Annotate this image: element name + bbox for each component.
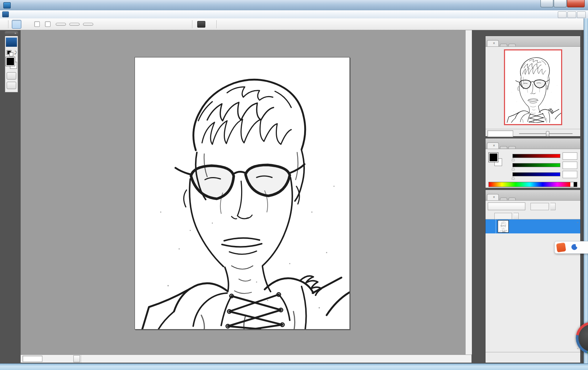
scroll-left-icon[interactable] (82, 356, 87, 361)
document-image[interactable] (135, 57, 350, 330)
actual-pixels-button[interactable] (56, 23, 66, 26)
color-tabs: × (486, 138, 580, 149)
blend-mode-select[interactable] (488, 202, 525, 210)
fit-screen-button[interactable] (69, 23, 80, 26)
white-swatch[interactable] (570, 182, 574, 187)
checkbox-box (34, 21, 40, 27)
toolbox: » ⤸ (5, 31, 18, 92)
status-flyout-button[interactable] (73, 355, 80, 362)
separator (192, 20, 192, 28)
separator (8, 20, 8, 28)
dock-collapse-arrows[interactable] (484, 30, 581, 36)
slider-thumb[interactable] (512, 158, 515, 161)
toolbox-collapse-handle[interactable]: » (5, 31, 18, 36)
red-slider[interactable] (512, 154, 560, 158)
blue-slider[interactable] (512, 172, 560, 176)
zoom-out-mode-button[interactable] (21, 20, 31, 29)
black-swatch[interactable] (574, 182, 577, 187)
layer-thumbnail[interactable] (498, 220, 509, 233)
status-bar (21, 355, 472, 363)
navigator-body (486, 47, 580, 129)
photoshop-window: » ⤸ (0, 0, 588, 370)
tab-histogram[interactable] (500, 44, 507, 46)
sogou-logo-icon[interactable] (556, 242, 566, 252)
green-value-field[interactable] (563, 162, 577, 169)
screen-mode-button[interactable] (7, 82, 16, 89)
navigator-thumbnail (505, 50, 561, 124)
green-slider[interactable] (512, 163, 560, 167)
red-value-field[interactable] (563, 152, 577, 160)
zoom-mode-toggle (12, 20, 31, 29)
navigator-zoom-field[interactable] (487, 130, 513, 137)
zoom-all-windows-checkbox[interactable] (45, 21, 52, 27)
canvas-area[interactable] (21, 30, 465, 355)
color-panel-swatches (489, 153, 503, 167)
bruce-lee-sketch-artwork (135, 57, 349, 329)
ime-fullwidth-moon-icon[interactable] (571, 244, 578, 251)
tab-swatches[interactable] (500, 146, 507, 149)
tab-styles[interactable] (508, 146, 516, 149)
default-background-icon (9, 52, 13, 56)
slider-thumb[interactable] (546, 131, 549, 137)
green-slider-row (506, 161, 577, 170)
scroll-up-icon[interactable] (466, 31, 471, 36)
list-scroll-up-icon[interactable] (576, 220, 580, 225)
left-dock: » ⤸ (0, 30, 21, 364)
print-size-button[interactable] (83, 23, 93, 26)
layer-visibility-cell[interactable] (486, 219, 496, 233)
doc-close-button[interactable] (577, 11, 586, 18)
scroll-right-icon[interactable] (466, 356, 470, 361)
window-right-border (584, 18, 588, 370)
panel-dock-strip (473, 30, 484, 364)
ps-logo[interactable] (6, 38, 17, 47)
slider-thumb[interactable] (512, 168, 515, 170)
vertical-scrollbar[interactable] (465, 30, 472, 355)
rainbow-ramp[interactable] (489, 182, 570, 187)
tab-close-icon[interactable]: × (493, 42, 495, 45)
opacity-value-field[interactable] (530, 203, 549, 210)
assistant-ball-inner (578, 324, 588, 352)
tab-paths[interactable] (508, 198, 516, 200)
layers-footer (486, 352, 580, 363)
slider-thumb[interactable] (512, 177, 515, 179)
color-swatches (6, 57, 17, 69)
resize-windows-checkbox[interactable] (34, 21, 42, 27)
status-zoom-field[interactable] (22, 356, 42, 362)
navigator-tabs: × (486, 36, 580, 47)
close-button[interactable] (567, 0, 585, 7)
doc-restore-button[interactable] (567, 11, 576, 18)
tab-channels[interactable] (500, 198, 507, 200)
swap-colors-icon[interactable]: ⤸ (14, 50, 17, 55)
doc-minimize-button[interactable] (558, 11, 567, 18)
scroll-down-icon[interactable] (466, 349, 471, 353)
tab-navigator[interactable]: × (487, 40, 499, 46)
layers-tabs: × (486, 190, 580, 201)
horizontal-scrollbar[interactable] (81, 355, 472, 363)
navigator-panel: × (485, 36, 581, 137)
tab-color[interactable]: × (487, 142, 499, 149)
tab-layers[interactable]: × (487, 194, 499, 200)
color-body (486, 149, 580, 189)
color-panel: × (485, 138, 581, 188)
foreground-color-swatch[interactable] (6, 57, 15, 66)
go-to-bridge-button[interactable] (197, 21, 203, 28)
blue-value-field[interactable] (563, 171, 577, 178)
foreground-color-swatch[interactable] (489, 153, 498, 162)
opacity-flyout-button[interactable] (550, 203, 556, 210)
restore-button[interactable] (554, 0, 567, 7)
quick-mask-button[interactable] (7, 72, 16, 80)
tab-close-icon[interactable]: × (493, 195, 495, 199)
default-colors-control[interactable]: ⤸ (6, 50, 17, 56)
tab-info[interactable] (508, 44, 516, 46)
zoom-in-mode-button[interactable] (12, 20, 21, 29)
color-spectrum-ramp[interactable] (488, 182, 577, 187)
minimize-button[interactable] (540, 0, 553, 7)
navigator-proxy-view[interactable] (504, 49, 562, 125)
document-window-controls (558, 11, 586, 18)
tab-close-icon[interactable]: × (493, 144, 495, 148)
navigator-zoom-slider[interactable] (519, 133, 573, 134)
background-layer-row[interactable] (486, 219, 580, 233)
ime-toolbar[interactable] (554, 241, 588, 254)
toolbox-body: ⤸ (5, 36, 18, 92)
red-slider-row (506, 151, 577, 161)
